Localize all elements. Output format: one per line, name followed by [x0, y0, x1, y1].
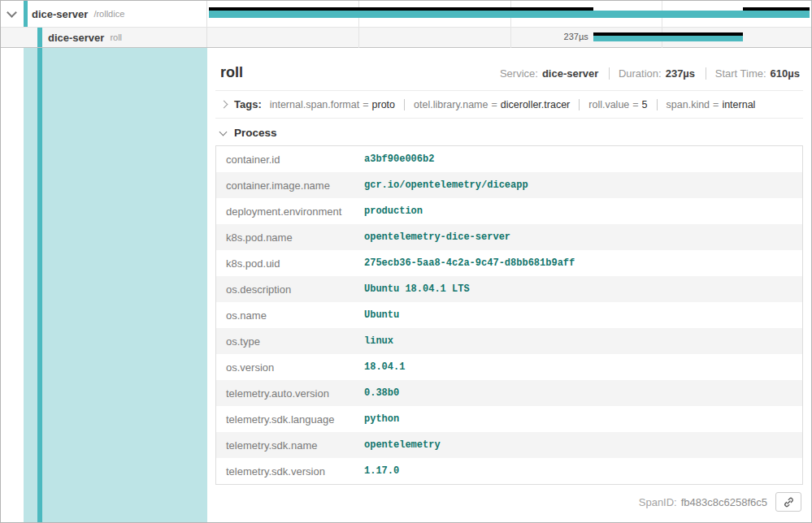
- span-row-roll[interactable]: dice-server roll 237µs: [1, 28, 811, 48]
- span-duration-label: 237µs: [564, 32, 588, 41]
- span-operation-title: roll: [220, 64, 243, 81]
- tag-item: internal.span.format=proto: [270, 99, 395, 110]
- jaeger-trace-detail-view: dice-server /rolldice dice-server roll 2…: [0, 0, 812, 523]
- process-row: telemetry.sdk.languagepython: [216, 406, 802, 432]
- process-accordion[interactable]: Process: [215, 119, 803, 145]
- tag-item: span.kind=internal: [657, 99, 756, 110]
- collapse-children-icon[interactable]: [7, 7, 17, 18]
- span-name-cell[interactable]: dice-server roll: [1, 28, 207, 47]
- process-row: os.descriptionUbuntu 18.04.1 LTS: [216, 276, 802, 302]
- critical-path-segment: [593, 32, 743, 36]
- process-row: k8s.pod.nameopentelemetry-dice-server: [216, 224, 802, 250]
- span-meta: Service:dice-server Duration:237µs Start…: [500, 67, 800, 80]
- span-detail-panel: roll Service:dice-server Duration:237µs …: [207, 48, 811, 522]
- process-row: os.version18.04.1: [216, 354, 802, 380]
- meta-service: Service:dice-server: [500, 67, 598, 80]
- process-row: os.typelinux: [216, 328, 802, 354]
- critical-path-segment: [209, 7, 593, 11]
- selected-span-color-block: [24, 48, 207, 522]
- critical-path-segment: [743, 7, 810, 11]
- span-bar-rolldice[interactable]: [209, 11, 810, 18]
- process-row: telemetry.sdk.nameopentelemetry: [216, 432, 802, 458]
- span-id-value: fb483c8c6258f6c5: [681, 496, 767, 508]
- process-row: telemetry.sdk.version1.17.0: [216, 458, 802, 484]
- process-row: telemetry.auto.version0.38b0: [216, 380, 802, 406]
- span-id-label: SpanID:: [639, 496, 677, 508]
- process-row: k8s.pod.uid275ecb36-5aa8-4c2a-9c47-d8bb6…: [216, 250, 802, 276]
- process-row: deployment.environmentproduction: [216, 198, 802, 224]
- span-color-accent: [37, 28, 42, 47]
- timeline-cell[interactable]: [207, 1, 811, 27]
- meta-duration: Duration:237µs: [609, 67, 695, 80]
- tag-item: roll.value=5: [579, 99, 647, 110]
- span-row-rolldice[interactable]: dice-server /rolldice: [1, 1, 811, 28]
- service-name: dice-server: [32, 8, 88, 20]
- operation-name: /rolldice: [93, 9, 124, 19]
- meta-start-time: Start Time:610µs: [706, 67, 800, 80]
- indent-guide-stripe: [37, 48, 42, 522]
- span-name-cell[interactable]: dice-server /rolldice: [1, 1, 207, 27]
- expand-tags-icon[interactable]: [220, 101, 228, 109]
- operation-name: roll: [110, 32, 122, 42]
- span-color-accent: [24, 1, 28, 27]
- process-row: container.image.namegcr.io/opentelemetry…: [216, 172, 802, 198]
- tag-item: otel.library.name=diceroller.tracer: [404, 99, 570, 110]
- span-detail-footer: SpanID: fb483c8c6258f6c5: [215, 485, 803, 519]
- process-row: os.nameUbuntu: [216, 302, 802, 328]
- deep-link-button[interactable]: [775, 492, 801, 512]
- service-name: dice-server: [48, 32, 104, 44]
- collapse-process-icon[interactable]: [219, 128, 228, 136]
- timeline-cell[interactable]: 237µs: [207, 28, 811, 47]
- link-icon: [783, 496, 795, 508]
- tags-accordion[interactable]: Tags: internal.span.format=proto otel.li…: [215, 91, 803, 119]
- process-row: container.ida3bf90e006b2: [216, 146, 802, 172]
- span-bar-roll[interactable]: [593, 36, 743, 41]
- span-detail-header: roll Service:dice-server Duration:237µs …: [215, 48, 803, 91]
- process-table: container.ida3bf90e006b2 container.image…: [215, 145, 803, 485]
